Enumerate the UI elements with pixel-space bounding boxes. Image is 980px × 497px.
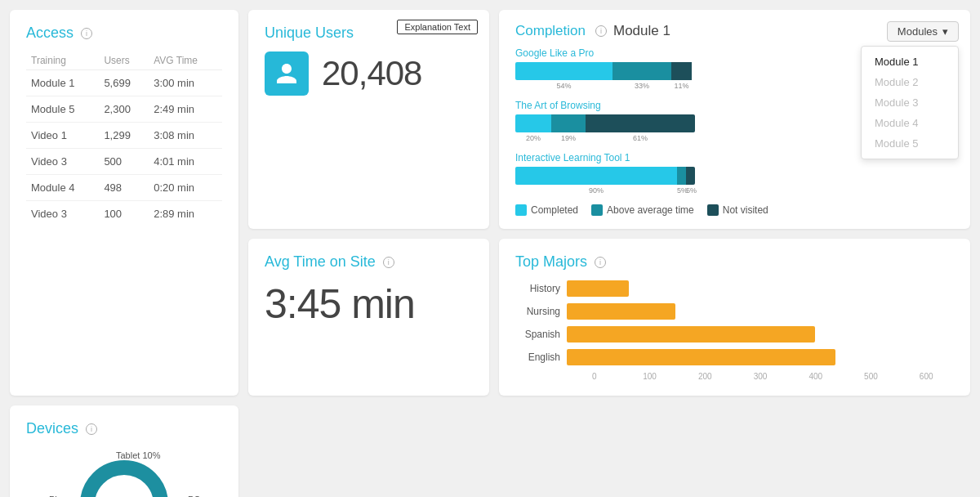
donut-container: Tablet 10% Phone30% PC60% — [26, 447, 222, 497]
majors-axis: 0100200300400500600 — [567, 372, 954, 381]
module-option-4[interactable]: Module 4 — [862, 113, 958, 133]
top-majors-title-text: Top Majors — [515, 253, 587, 270]
bar-segment — [515, 167, 677, 185]
completion-info-icon[interactable]: i — [595, 25, 607, 37]
user-count-row: 20,408 — [265, 51, 473, 96]
table-row: Video 11,2993:08 min — [26, 123, 222, 149]
module-option-5[interactable]: Module 5 — [862, 133, 958, 154]
legend-label: Completed — [531, 204, 578, 216]
table-cell: Module 1 — [26, 70, 99, 96]
col-training: Training — [26, 51, 99, 70]
legend-item: Completed — [515, 204, 578, 216]
table-cell: 3:00 min — [149, 70, 222, 96]
completion-title: Completion — [515, 23, 586, 39]
axis-tick: 600 — [898, 372, 954, 381]
modules-dropdown-button[interactable]: Modules ▾ — [887, 21, 959, 42]
col-avg-time: AVG Time — [149, 51, 222, 70]
major-label: English — [515, 351, 560, 363]
bar-segment — [586, 114, 695, 132]
major-row: Spanish — [515, 326, 954, 343]
access-title: Access i — [26, 25, 222, 42]
major-label: History — [515, 283, 560, 294]
completion-subtitle: Module 1 — [613, 23, 670, 39]
axis-tick: 100 — [622, 372, 678, 381]
legend-label: Above average time — [607, 204, 694, 216]
avg-time-info-icon[interactable]: i — [383, 257, 394, 268]
devices-title-text: Devices — [26, 420, 78, 437]
table-cell: 2:49 min — [149, 96, 222, 123]
access-info-icon[interactable]: i — [81, 28, 92, 39]
table-cell: Video 1 — [26, 123, 99, 149]
bar-annotation: 11% — [671, 82, 691, 90]
avg-time-title: Avg Time on Site i — [265, 253, 473, 271]
bar-annotation: 61% — [586, 134, 695, 142]
axis-tick: 500 — [844, 372, 899, 381]
module-option-3[interactable]: Module 3 — [862, 92, 958, 113]
bar-segment — [671, 62, 691, 80]
modules-button-label: Modules — [898, 25, 938, 38]
table-row: Video 31002:89 min — [26, 201, 222, 227]
module-option-2[interactable]: Module 2 — [862, 72, 958, 92]
avg-time-title-text: Avg Time on Site — [265, 253, 376, 270]
table-cell: Module 4 — [26, 175, 99, 201]
legend-color — [591, 204, 603, 216]
unique-users-card: Unique Users Explanation Text 20,408 — [248, 10, 489, 229]
table-cell: 2,300 — [99, 96, 149, 123]
stacked-bar — [515, 114, 695, 132]
bar-segment — [677, 167, 686, 185]
stacked-bar — [515, 167, 695, 185]
majors-chart: HistoryNursingSpanishEnglish010020030040… — [515, 280, 954, 381]
col-users: Users — [99, 51, 149, 70]
table-cell: 498 — [99, 175, 149, 201]
major-label: Nursing — [515, 306, 560, 317]
bar-annotation: 5% — [677, 186, 686, 195]
bar-segment — [515, 114, 551, 132]
axis-tick: 300 — [733, 372, 788, 381]
bar-segment — [551, 114, 586, 132]
table-cell: 3:08 min — [149, 123, 222, 149]
major-bar — [567, 326, 815, 343]
bar-segment — [612, 62, 672, 80]
module-option-1[interactable]: Module 1 — [862, 51, 958, 72]
chevron-down-icon: ▾ — [942, 25, 948, 38]
donut-chart — [75, 455, 173, 497]
axis-tick: 400 — [788, 372, 844, 381]
bar-segment — [686, 167, 695, 185]
table-row: Video 35004:01 min — [26, 149, 222, 175]
devices-info-icon[interactable]: i — [86, 423, 97, 435]
major-bar — [567, 280, 629, 297]
bar-annotation: 54% — [515, 82, 612, 90]
bar-annotation: 5% — [686, 186, 695, 195]
access-card: Access i Training Users AVG Time Module … — [10, 10, 238, 396]
completion-card: Completion i Module 1 Modules ▾ Module 1… — [499, 10, 970, 229]
unique-users-count: 20,408 — [322, 54, 421, 93]
modules-dropdown-menu: Module 1 Module 2 Module 3 Module 4 Modu… — [861, 46, 959, 159]
dashboard: Access i Training Users AVG Time Module … — [0, 0, 980, 497]
axis-tick: 0 — [567, 372, 622, 381]
major-label: Spanish — [515, 329, 560, 340]
top-majors-info-icon[interactable]: i — [595, 257, 606, 268]
table-cell: 1,299 — [99, 123, 149, 149]
table-row: Module 52,3002:49 min — [26, 96, 222, 123]
major-row: History — [515, 280, 954, 297]
devices-card: Devices i Tablet 10% Phone30% PC60% — [10, 405, 238, 497]
table-cell: 2:89 min — [149, 201, 222, 227]
bar-annotation: 90% — [515, 186, 677, 195]
bar-annotation: 19% — [551, 134, 586, 142]
axis-tick: 200 — [677, 372, 733, 381]
bar-segment — [515, 62, 612, 80]
bar-annotation: 33% — [612, 82, 672, 90]
access-table: Training Users AVG Time Module 15,6993:0… — [26, 51, 222, 226]
table-cell: Video 3 — [26, 201, 99, 227]
bar-annotation: 20% — [515, 134, 551, 142]
legend-color — [515, 204, 527, 216]
avg-time-value: 3:45 min — [265, 280, 473, 328]
major-row: Nursing — [515, 303, 954, 320]
major-bar — [567, 303, 675, 320]
access-title-text: Access — [26, 25, 74, 41]
major-row: English — [515, 349, 954, 365]
table-cell: 0:20 min — [149, 175, 222, 201]
top-majors-card: Top Majors i HistoryNursingSpanishEnglis… — [499, 239, 970, 396]
module-selector[interactable]: Modules ▾ Module 1 Module 2 Module 3 Mod… — [887, 21, 959, 42]
table-cell: Module 5 — [26, 96, 99, 123]
